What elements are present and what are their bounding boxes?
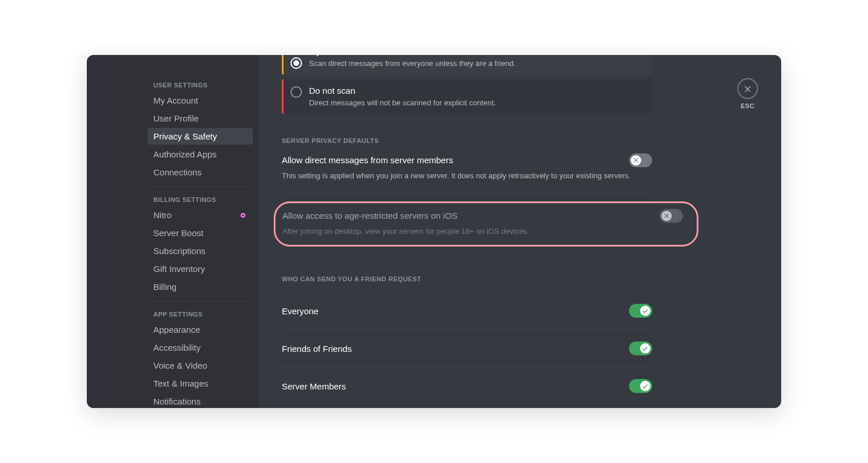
radio-title: Do not scan [309, 85, 496, 97]
sidebar-item-voice-and-video[interactable]: Voice & Video [148, 357, 253, 374]
sidebar-header-app-settings: APP SETTINGS [148, 307, 253, 321]
setting-title: Allow direct messages from server member… [282, 155, 453, 165]
radio-icon [290, 86, 302, 98]
divider [282, 193, 652, 193]
setting-description: This setting is applied when you join a … [282, 171, 652, 181]
sidebar-item-label: Server Boost [153, 228, 204, 238]
sidebar-header-billing-settings: BILLING SETTINGS [148, 193, 253, 207]
setting-row: Allow direct messages from server member… [282, 153, 652, 167]
sidebar-item-notifications[interactable]: Notifications [148, 393, 253, 408]
toggle-everyone[interactable] [629, 304, 652, 318]
check-icon [642, 383, 649, 389]
radio-icon [290, 57, 302, 69]
sidebar-item-label: Privacy & Safety [153, 131, 217, 141]
section-header-friend-requests: WHO CAN SEND YOU A FRIEND REQUEST [282, 275, 652, 282]
sidebar-item-label: Subscriptions [153, 246, 205, 256]
radio-text: Do not scan Direct messages will not be … [309, 85, 496, 108]
sidebar-item-label: Text & Images [153, 379, 208, 388]
x-icon [632, 157, 639, 164]
switch-handle [661, 211, 672, 221]
switch-handle [631, 155, 641, 166]
sidebar-item-server-boost[interactable]: Server Boost [148, 225, 253, 241]
setting-allow-dm-from-server-members: Allow direct messages from server member… [282, 153, 652, 181]
close-button[interactable]: ESC [737, 78, 758, 109]
svg-point-1 [242, 214, 244, 216]
friend-request-label: Everyone [282, 306, 318, 316]
settings-sidebar: USER SETTINGS My Account User Profile Pr… [87, 55, 259, 408]
toggle-allow-dm[interactable] [629, 153, 652, 167]
section-header-server-privacy: SERVER PRIVACY DEFAULTS [282, 137, 652, 144]
sidebar-item-connections[interactable]: Connections [148, 164, 253, 181]
radio-description: Scan direct messages from everyone unles… [309, 58, 516, 69]
scan-option-friends-are-nice[interactable]: My friends are nice Scan direct messages… [282, 55, 652, 75]
sidebar-item-label: Authorized Apps [153, 149, 216, 159]
sidebar-item-label: Notifications [153, 396, 201, 406]
sidebar-item-label: Nitro [153, 210, 172, 220]
toggle-friends-of-friends[interactable] [629, 341, 652, 355]
radio-title: My friends are nice [309, 55, 516, 57]
sidebar-item-label: My Account [153, 95, 198, 105]
sidebar-item-appearance[interactable]: Appearance [148, 321, 253, 338]
sidebar-item-subscriptions[interactable]: Subscriptions [148, 242, 253, 259]
switch-handle [640, 381, 650, 391]
friend-request-label: Server Members [282, 381, 346, 391]
nitro-badge-icon [239, 211, 247, 219]
sidebar-item-gift-inventory[interactable]: Gift Inventory [148, 260, 253, 277]
friend-request-row-server-members: Server Members [282, 367, 652, 405]
sidebar-item-label: Appearance [153, 325, 200, 335]
setting-description: After joining on desktop, view your serv… [282, 226, 683, 237]
sidebar-item-label: Accessibility [153, 343, 201, 352]
sidebar-divider [153, 301, 247, 302]
friend-request-row-everyone: Everyone [282, 292, 652, 329]
sidebar-item-user-profile[interactable]: User Profile [148, 110, 253, 127]
setting-title: Allow access to age-restricted servers o… [282, 211, 458, 221]
toggle-ios-age-restricted[interactable] [660, 209, 683, 223]
friend-request-row-friends-of-friends: Friends of Friends [282, 329, 652, 367]
sidebar-item-authorized-apps[interactable]: Authorized Apps [148, 146, 253, 163]
highlighted-setting-ios-age-restricted: Allow access to age-restricted servers o… [274, 201, 698, 247]
scan-option-do-not-scan[interactable]: Do not scan Direct messages will not be … [282, 79, 652, 114]
sidebar-item-my-account[interactable]: My Account [148, 92, 253, 109]
sidebar-item-nitro[interactable]: Nitro [148, 207, 253, 223]
close-icon [737, 78, 758, 99]
radio-description: Direct messages will not be scanned for … [309, 98, 496, 108]
check-icon [642, 307, 649, 314]
sidebar-item-accessibility[interactable]: Accessibility [148, 339, 253, 356]
sidebar-item-label: Billing [153, 282, 176, 292]
settings-content: My friends are nice Scan direct messages… [259, 55, 781, 408]
settings-window: USER SETTINGS My Account User Profile Pr… [87, 55, 781, 408]
x-icon [663, 212, 670, 219]
sidebar-item-label: User Profile [153, 113, 198, 123]
close-label: ESC [741, 102, 755, 109]
sidebar-header-user-settings: USER SETTINGS [148, 78, 253, 92]
sidebar-item-label: Gift Inventory [153, 264, 205, 274]
friend-request-label: Friends of Friends [282, 344, 352, 354]
toggle-server-members[interactable] [629, 379, 652, 393]
sidebar-item-label: Connections [153, 167, 201, 177]
sidebar-item-billing[interactable]: Billing [148, 278, 253, 295]
settings-scroll-area: My friends are nice Scan direct messages… [282, 55, 652, 405]
check-icon [642, 345, 649, 352]
switch-handle [640, 306, 650, 316]
sidebar-item-label: Voice & Video [153, 361, 207, 370]
sidebar-item-text-and-images[interactable]: Text & Images [148, 375, 253, 392]
sidebar-divider [153, 186, 247, 187]
switch-handle [640, 343, 650, 354]
sidebar-item-privacy-and-safety[interactable]: Privacy & Safety [148, 128, 253, 145]
setting-row: Allow access to age-restricted servers o… [282, 209, 683, 223]
radio-text: My friends are nice Scan direct messages… [309, 56, 516, 69]
